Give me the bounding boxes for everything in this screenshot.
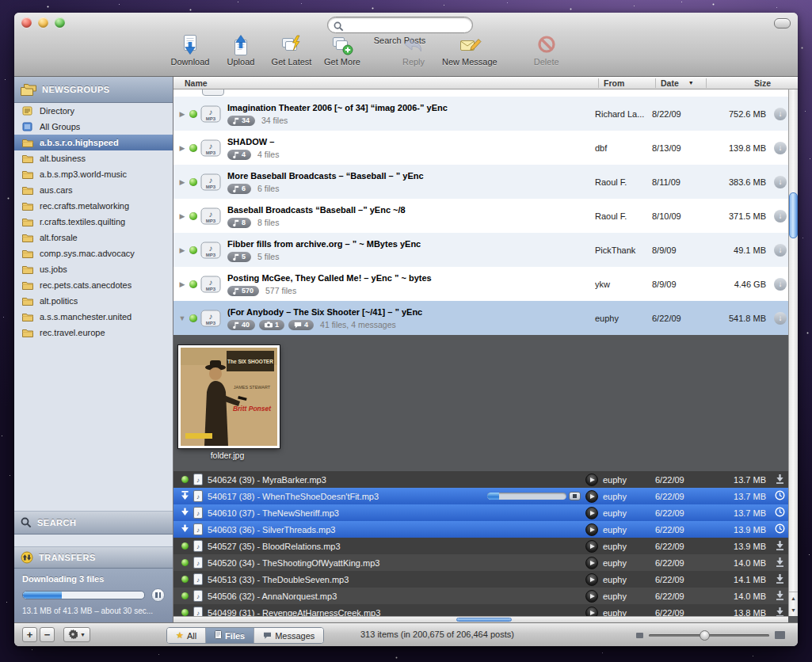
play-button[interactable]: [585, 607, 598, 617]
expand-triangle-icon[interactable]: ▶: [177, 178, 188, 186]
filter-segment-messages[interactable]: Messages: [254, 628, 323, 643]
download-post-button[interactable]: ↓: [774, 108, 787, 120]
sidebar-item-r-crafts-textiles-quilting[interactable]: r.crafts.textiles.quilting: [14, 214, 173, 230]
play-button[interactable]: [585, 573, 598, 586]
post-row[interactable]: ▶ ♪MP3 Imagination Theater 2006 [~ of 34…: [173, 97, 798, 131]
mp3-attachment-icon: ♪MP3: [199, 310, 223, 327]
download-post-button[interactable]: ↓: [774, 142, 787, 154]
collapse-triangle-icon[interactable]: ▼: [177, 314, 188, 322]
sidebar-item-alt-politics[interactable]: alt.politics: [14, 293, 173, 309]
post-row[interactable]: ▼ ♪MP3 (For Anybody – The Six Shooter [~…: [173, 301, 798, 335]
play-button[interactable]: [585, 490, 598, 503]
download-file-button[interactable]: [776, 607, 784, 617]
sidebar-item-a-s-s-manchester-united[interactable]: a.s.s.manchester.united: [14, 309, 173, 325]
file-name: 540610 (37) - TheNewSheriff.mp3: [205, 508, 585, 518]
download-file-button[interactable]: [776, 557, 784, 569]
sidebar-item-rec-pets-cats-anecdotes[interactable]: rec.pets.cats.anecdotes: [14, 277, 173, 293]
search-posts-field[interactable]: [327, 17, 473, 33]
file-row[interactable]: ♪ 540513 (33) - TheDoubleSeven.mp3 euphy…: [173, 571, 798, 588]
get-more-button[interactable]: Get More: [317, 32, 368, 67]
post-row[interactable]: ▶ ♪MP3 SHADOW – 44 files dbf 8/13/09 139…: [173, 131, 798, 165]
expand-triangle-icon[interactable]: ▶: [177, 144, 188, 152]
filter-segment-all[interactable]: ★All: [167, 628, 205, 643]
download-post-button[interactable]: ↓: [774, 176, 787, 188]
post-row[interactable]: ▶ ♪MP3 Baseball Broadcasts “Baseball –” …: [173, 199, 798, 233]
file-row[interactable]: ♪ 540624 (39) - MyraBarker.mp3 euphy 6/2…: [173, 471, 798, 488]
newsgroups-section-header[interactable]: NEWSGROUPS: [14, 77, 173, 103]
slider-track[interactable]: [649, 634, 769, 637]
sidebar-item-a-b-s-mp3-world-music[interactable]: a.b.s.mp3.world-music: [14, 166, 173, 182]
play-button[interactable]: [585, 507, 598, 519]
play-button[interactable]: [585, 523, 598, 536]
file-row[interactable]: ♪ 540527 (35) - BloodRelations.mp3 euphy…: [173, 538, 798, 554]
queued-status-icon: [181, 524, 189, 535]
file-from: euphy: [603, 475, 655, 485]
post-row[interactable]: ▶ ♪MP3 Posting McGee, They Called Me! – …: [173, 267, 798, 301]
sidebar-item-alt-forsale[interactable]: alt.forsale: [14, 230, 173, 245]
upload-button[interactable]: Upload: [215, 32, 266, 67]
queued-status-icon: [181, 508, 189, 518]
file-row[interactable]: ♪ 540499 (31) - RevengeAtHarnessCreek.mp…: [173, 604, 798, 616]
download-file-button[interactable]: [776, 574, 784, 585]
vertical-scrollbar[interactable]: ▲ ▼: [788, 89, 798, 616]
search-section-header[interactable]: SEARCH: [14, 511, 173, 535]
column-header-date[interactable]: Date▼: [655, 78, 706, 88]
column-header-from[interactable]: From: [598, 78, 655, 88]
horizontal-scrollbar[interactable]: [173, 616, 788, 622]
play-button[interactable]: [585, 474, 598, 486]
post-row[interactable]: ▶ ♪MP3 More Baseball Broadcasts – “Baseb…: [173, 165, 798, 199]
toolbar-toggle-button[interactable]: [774, 18, 791, 29]
file-row[interactable]: ♪ 540603 (36) - SilverThreads.mp3 euphy …: [173, 521, 798, 538]
horizontal-scrollbar-thumb[interactable]: [456, 618, 512, 622]
scroll-up-arrow-button[interactable]: ▲: [789, 592, 798, 604]
scroll-down-arrow-button[interactable]: ▼: [789, 604, 798, 616]
download-file-button[interactable]: [776, 474, 784, 485]
segment-label: Messages: [275, 631, 315, 641]
sidebar-item-comp-sys-mac-advocacy[interactable]: comp.sys.mac.advocacy: [14, 245, 173, 261]
download-file-button[interactable]: [776, 541, 784, 552]
expand-triangle-icon[interactable]: ▶: [177, 110, 188, 118]
file-row[interactable]: ♪ 540610 (37) - TheNewSheriff.mp3 euphy …: [173, 504, 798, 521]
download-file-button[interactable]: [776, 591, 784, 602]
action-menu-button[interactable]: ▼: [63, 627, 90, 642]
column-header-size[interactable]: Size: [706, 78, 774, 88]
expand-triangle-icon[interactable]: ▶: [177, 280, 188, 288]
folder-jpg-thumbnail[interactable]: The SIX SHOOTER JAMES STEWART Britt Pons…: [178, 345, 280, 448]
vertical-scrollbar-thumb[interactable]: [789, 192, 798, 238]
download-post-button[interactable]: ↓: [774, 210, 787, 223]
post-row[interactable]: ▶ ♪MP3 Fibber fills from archive.org – ”…: [173, 233, 798, 267]
get-latest-button[interactable]: Get Latest: [266, 32, 317, 67]
transfers-section-header[interactable]: TRANSFERS: [14, 546, 173, 569]
sidebar-item-rec-crafts-metalworking[interactable]: rec.crafts.metalworking: [14, 198, 173, 214]
add-group-button[interactable]: +: [22, 627, 37, 642]
play-button[interactable]: [585, 557, 598, 569]
expand-triangle-icon[interactable]: ▶: [177, 212, 188, 220]
filter-segment-files[interactable]: Files: [205, 628, 254, 643]
file-row[interactable]: ♪ 540520 (34) - TheShootingOfWyattKing.m…: [173, 554, 798, 571]
file-row[interactable]: ♪ 540506 (32) - AnnaNorquest.mp3 euphy 6…: [173, 588, 798, 604]
slider-knob[interactable]: [700, 630, 710, 641]
pause-downloads-button[interactable]: [151, 588, 165, 602]
download-post-button[interactable]: ↓: [774, 278, 787, 291]
delete-button[interactable]: Delete: [521, 32, 572, 67]
reply-button[interactable]: Reply: [388, 32, 439, 67]
download-button[interactable]: Download: [165, 32, 215, 67]
sidebar-item-alt-business[interactable]: alt.business: [14, 150, 173, 166]
stop-download-button[interactable]: [569, 492, 581, 500]
sidebar-item-aus-cars[interactable]: aus.cars: [14, 182, 173, 198]
play-button[interactable]: [585, 540, 598, 553]
sidebar-item-a-b-s-r-o-highspeed[interactable]: a.b.s.r.o.highspeed: [14, 135, 173, 150]
sidebar-item-us-jobs[interactable]: us.jobs: [14, 261, 173, 277]
search-posts-input[interactable]: [347, 18, 469, 33]
download-post-button[interactable]: ↓: [774, 312, 787, 325]
download-post-button[interactable]: ↓: [774, 244, 787, 257]
column-header-name[interactable]: Name: [173, 78, 598, 88]
remove-group-button[interactable]: −: [40, 627, 55, 642]
expand-triangle-icon[interactable]: ▶: [177, 246, 188, 254]
play-button[interactable]: [585, 590, 598, 603]
sidebar-item-directory[interactable]: Directory: [14, 103, 173, 119]
file-row[interactable]: ♪ 540617 (38) - WhenTheShoeDoesn'tFit.mp…: [173, 488, 798, 504]
sidebar-item-all-groups[interactable]: All Groups: [14, 119, 173, 135]
sidebar-item-rec-travel-europe[interactable]: rec.travel.europe: [14, 325, 173, 341]
new-message-button[interactable]: New Message: [439, 32, 501, 67]
